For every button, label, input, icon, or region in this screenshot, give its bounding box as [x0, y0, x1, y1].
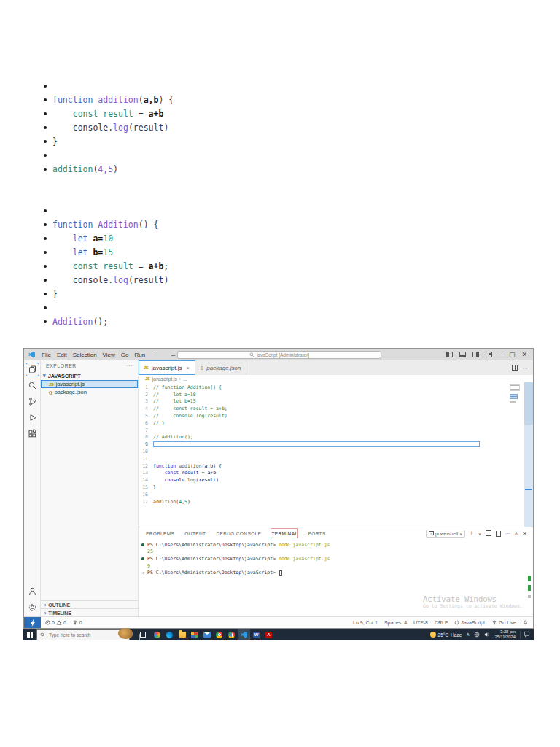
editor-line-5[interactable]: 5// console.log(result): [139, 412, 533, 419]
search-input[interactable]: [47, 632, 120, 638]
menu-item-[interactable]: ···: [148, 352, 160, 358]
breadcrumb[interactable]: JS javascript.js › ...: [139, 375, 533, 382]
network-icon[interactable]: [474, 632, 480, 638]
extensions-icon[interactable]: [26, 427, 39, 440]
taskbar-app-acrobat[interactable]: [262, 629, 275, 640]
editor-line-15[interactable]: 15}: [139, 484, 533, 491]
taskbar-app-word[interactable]: [250, 629, 262, 640]
new-terminal-icon[interactable]: +: [470, 530, 473, 537]
customize-layout-icon[interactable]: [486, 352, 492, 357]
folder-header[interactable]: ∨ JAVASCRIPT: [41, 371, 138, 380]
volume-icon[interactable]: [484, 632, 490, 638]
editor-line-17[interactable]: 17addition(4,5): [139, 498, 533, 506]
accounts-icon[interactable]: [26, 585, 39, 597]
panel-tab-problems[interactable]: PROBLEMS: [144, 527, 176, 539]
status-crlf[interactable]: CRLF: [435, 620, 448, 625]
source-control-icon[interactable]: [26, 395, 39, 408]
tab-javascript-js[interactable]: JSjavascript.js×: [139, 360, 195, 375]
editor-line-14[interactable]: 14 console.log(result): [139, 476, 533, 484]
menu-item-file[interactable]: File: [39, 352, 54, 358]
ports-status[interactable]: 0: [72, 619, 82, 626]
file-item-javascript-js[interactable]: JSjavascript.js: [41, 380, 138, 388]
taskbar-app-mail[interactable]: [201, 629, 213, 640]
clock[interactable]: 3:28 pm 25/11/2024: [494, 630, 516, 640]
editor-line-9[interactable]: 9: [139, 441, 533, 448]
editor-scrollbar[interactable]: [524, 382, 533, 527]
settings-gear-icon[interactable]: [26, 601, 39, 614]
problems-status[interactable]: 0 0: [45, 620, 66, 626]
sidebar-section-outline[interactable]: ›OUTLINE: [41, 600, 138, 608]
file-item-package-json[interactable]: {}package.json: [41, 388, 138, 396]
status-javascript[interactable]: JavaScript: [454, 620, 485, 626]
editor-line-4[interactable]: 4// const result = a+b;: [139, 405, 533, 412]
menu-item-go[interactable]: Go: [118, 352, 132, 358]
editor-line-7[interactable]: 7: [139, 427, 533, 434]
menu-item-run[interactable]: Run: [131, 352, 148, 358]
status-go-live[interactable]: Go Live: [491, 619, 516, 626]
panel-tab-output[interactable]: OUTPUT: [183, 527, 207, 539]
sidebar-section-timeline[interactable]: ›TIMELINE: [41, 608, 138, 616]
taskbar-app-store[interactable]: [188, 629, 201, 640]
status-ln-9--col-1[interactable]: Ln 9, Col 1: [353, 620, 378, 625]
task-view-icon[interactable]: [137, 629, 149, 640]
editor-line-3[interactable]: 3// let b=15: [139, 398, 533, 406]
minimap[interactable]: [510, 384, 522, 403]
taskbar-app-file-explorer[interactable]: [176, 629, 188, 640]
close-panel-icon[interactable]: ✕: [522, 530, 527, 537]
status-utf-8[interactable]: UTF-8: [413, 620, 428, 625]
toggle-secondary-sidebar-icon[interactable]: [472, 352, 479, 357]
notifications-bell[interactable]: [523, 619, 528, 626]
kill-terminal-icon[interactable]: [496, 531, 501, 537]
taskbar-app-vscode[interactable]: [238, 629, 250, 640]
code-editor[interactable]: 1// function Addition() {2// let a=103//…: [139, 382, 533, 527]
taskbar-app-cortana[interactable]: [151, 629, 163, 640]
panel-tab-ports[interactable]: PORTS: [306, 527, 327, 539]
more-actions-icon[interactable]: ···: [522, 365, 528, 371]
editor-line-8[interactable]: 8// Addition();: [139, 434, 533, 441]
split-terminal-icon[interactable]: [486, 530, 491, 536]
status-spaces--4[interactable]: Spaces: 4: [384, 620, 407, 625]
launch-profile-chevron-icon[interactable]: ∨: [478, 531, 481, 536]
hidden-icons-chevron[interactable]: ∧: [466, 632, 470, 638]
editor-line-12[interactable]: 12function addition(a,b) {: [139, 462, 533, 470]
toggle-sidebar-icon[interactable]: [446, 352, 453, 357]
split-editor-icon[interactable]: [512, 365, 518, 371]
close-icon[interactable]: ×: [187, 365, 190, 371]
minimize-icon[interactable]: –: [499, 352, 502, 358]
explorer-icon[interactable]: [26, 363, 39, 376]
run-debug-icon[interactable]: [26, 411, 39, 424]
editor-line-16[interactable]: 16: [139, 491, 533, 498]
editor-line-2[interactable]: 2// let a=10: [139, 391, 533, 398]
taskbar-app-edge[interactable]: [163, 629, 176, 640]
terminal-output[interactable]: PS C:\Users\Administrator\Desktop\javaSc…: [139, 539, 533, 616]
editor-line-10[interactable]: 10: [139, 448, 533, 455]
weather-widget[interactable]: 25°C Haze: [430, 632, 462, 638]
editor-line-1[interactable]: 1// function Addition() {: [139, 384, 533, 391]
taskbar-app-browser[interactable]: [225, 629, 238, 640]
close-icon[interactable]: ✕: [521, 352, 527, 358]
command-center-search[interactable]: javaScript [Administrator]: [177, 351, 381, 359]
editor-line-6[interactable]: 6// }: [139, 419, 533, 427]
search-icon[interactable]: [26, 379, 39, 392]
restore-icon[interactable]: ▢: [509, 352, 516, 358]
notification-center-icon[interactable]: [520, 631, 530, 638]
taskbar-search[interactable]: [36, 629, 130, 640]
editor-line-13[interactable]: 13 const result = a+b: [139, 470, 533, 477]
remote-indicator[interactable]: [24, 617, 41, 628]
activate-windows-watermark: Activate Windows Go to Settings to activ…: [423, 595, 523, 609]
panel-tab-debug-console[interactable]: DEBUG CONSOLE: [214, 527, 262, 539]
maximize-panel-icon[interactable]: ∧: [515, 530, 518, 536]
menu-item-edit[interactable]: Edit: [54, 352, 70, 358]
terminal-profile-chip[interactable]: >_ powershell ∨: [426, 530, 465, 538]
toggle-panel-icon[interactable]: [459, 352, 466, 357]
taskbar-app-chrome[interactable]: [213, 629, 225, 640]
more-actions-icon[interactable]: ···: [126, 363, 133, 368]
tab-package-json[interactable]: {}package.json: [195, 360, 247, 375]
editor-line-11[interactable]: 11: [139, 455, 533, 462]
menu-item-view[interactable]: View: [100, 352, 118, 358]
menu-item-selection[interactable]: Selection: [70, 352, 100, 358]
start-button[interactable]: [23, 629, 36, 640]
panel-tab-terminal[interactable]: TERMINAL: [270, 527, 299, 539]
back-arrow-icon[interactable]: ←: [170, 351, 176, 358]
more-actions-icon[interactable]: ···: [505, 531, 510, 536]
